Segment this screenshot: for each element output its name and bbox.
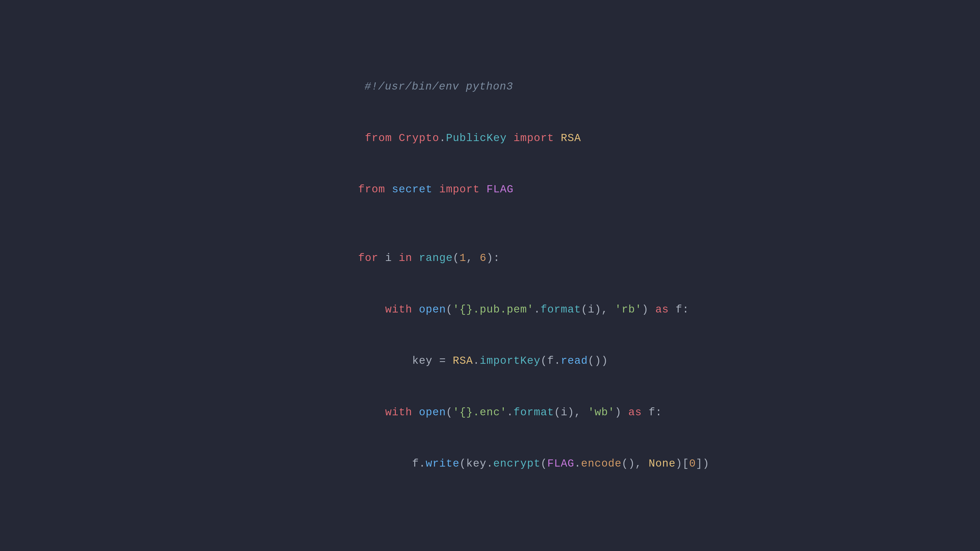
shebang-comment: #!/usr/bin/env python3 <box>365 81 513 93</box>
line-forloop: for i in range(1, 6): <box>331 233 710 284</box>
line-with2: with open('{}.enc'.format(i), 'wb') as f… <box>331 387 710 438</box>
line-key: key = RSA.importKey(f.read()) <box>331 335 710 387</box>
line-import2: from secret import FLAG <box>331 164 710 216</box>
code-block: #!/usr/bin/env python3 from Crypto.Publi… <box>331 61 710 490</box>
line-with1: with open('{}.pub.pem'.format(i), 'rb') … <box>331 284 710 336</box>
line-shebang: #!/usr/bin/env python3 <box>331 61 710 113</box>
line-write: f.write(key.encrypt(FLAG.encode(), None)… <box>331 438 710 490</box>
empty-line-1 <box>331 216 710 233</box>
line-import1: from Crypto.PublicKey import RSA <box>331 113 710 164</box>
